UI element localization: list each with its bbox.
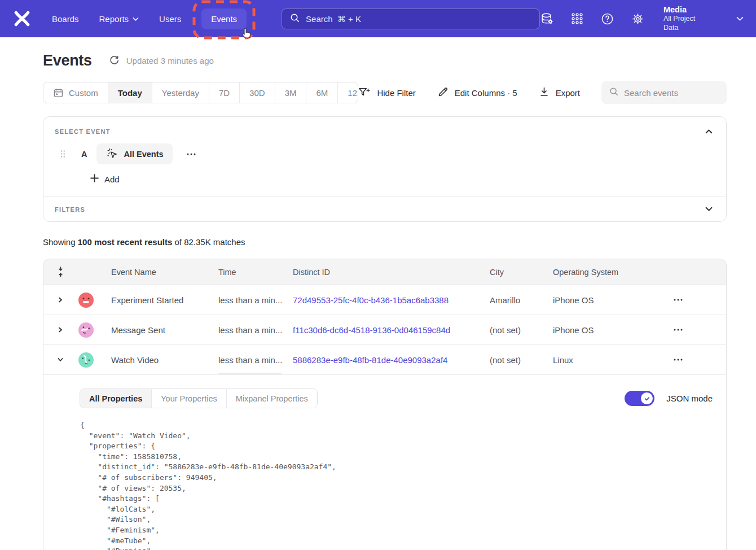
nav-item-users[interactable]: Users: [159, 14, 181, 24]
collapse-row-icon[interactable]: [50, 356, 71, 363]
project-subtitle: All Project Data: [663, 15, 712, 32]
os-cell: Linux: [553, 355, 669, 365]
search-icon: [609, 86, 619, 99]
event-options-icon[interactable]: [182, 150, 200, 159]
chevron-down-icon: [133, 14, 139, 23]
table-row: Experiment Started less than a min... 72…: [43, 285, 726, 315]
collapse-all-rows-icon[interactable]: [50, 266, 71, 278]
mixpanel-logo-icon[interactable]: [12, 9, 32, 28]
time-column-scroll-shadow: [218, 373, 282, 375]
hide-filter-button[interactable]: Hide Filter: [358, 86, 415, 99]
json-property-viewer[interactable]: { "event": "Watch Video", "properties": …: [80, 420, 715, 550]
time-cell: less than a min...: [218, 295, 293, 305]
search-icon: [289, 12, 300, 25]
json-mode-label: JSON mode: [666, 394, 713, 403]
event-selector-chip[interactable]: All Events: [96, 143, 172, 164]
select-event-label: SELECT EVENT: [55, 128, 111, 135]
city-cell: Amarillo: [490, 295, 553, 305]
city-cell: (not set): [490, 325, 553, 335]
distinct-id-link[interactable]: 5886283e-e9fb-48fb-81de-40e9093a2af4: [293, 355, 490, 365]
event-avatar-video: [71, 352, 101, 368]
global-search[interactable]: [282, 8, 540, 29]
event-name-cell[interactable]: Message Sent: [101, 325, 218, 335]
results-summary: Showing 100 most recent results of 82.35…: [43, 237, 727, 247]
nav-item-reports[interactable]: Reports: [99, 14, 139, 24]
filters-label: FILTERS: [55, 206, 85, 213]
events-table: Event Name Time Distinct ID City Operati…: [43, 259, 727, 550]
top-navbar: Boards Reports Users Events: [0, 0, 756, 37]
distinct-id-link[interactable]: f11c30d6-dc6d-4518-9136-0d046159c84d: [293, 325, 490, 335]
expand-section-icon[interactable]: [703, 206, 715, 213]
tab-your-properties[interactable]: Your Properties: [152, 389, 226, 408]
date-range-yesterday[interactable]: Yesterday: [152, 82, 209, 103]
search-events-input[interactable]: [624, 88, 736, 98]
toggle-knob: [641, 392, 653, 404]
query-builder-card: SELECT EVENT A: [43, 116, 727, 222]
column-header-event-name[interactable]: Event Name: [101, 268, 218, 277]
city-cell: (not set): [490, 355, 553, 365]
event-detail-panel: All Properties Your Properties Mixpanel …: [43, 375, 726, 550]
event-avatar-message: [71, 322, 101, 338]
column-header-city[interactable]: City: [490, 268, 553, 277]
event-name-cell[interactable]: Watch Video: [101, 355, 218, 365]
date-range-3m[interactable]: 3M: [275, 82, 307, 103]
data-management-icon[interactable]: [540, 12, 554, 26]
events-page: Events Updated 3 minutes ago Custom Toda…: [0, 52, 756, 550]
collapse-section-icon[interactable]: [703, 128, 715, 135]
pencil-icon: [437, 86, 449, 99]
row-actions-icon[interactable]: [669, 299, 726, 301]
tab-all-properties[interactable]: All Properties: [80, 389, 152, 408]
time-cell: less than a min...: [218, 355, 293, 365]
funnel-plus-icon: [358, 86, 371, 99]
page-title: Events: [43, 52, 92, 69]
event-avatar-experiment: [71, 293, 101, 308]
column-header-os[interactable]: Operating System: [553, 268, 669, 277]
settings-gear-icon[interactable]: [631, 12, 645, 26]
date-range-30d[interactable]: 30D: [240, 82, 275, 103]
nav-item-boards[interactable]: Boards: [52, 14, 79, 24]
refresh-icon[interactable]: [109, 55, 120, 66]
json-mode-toggle[interactable]: [625, 391, 654, 406]
os-cell: iPhone OS: [553, 325, 669, 335]
project-switcher[interactable]: Media All Project Data: [663, 5, 712, 32]
table-row-expanded: Watch Video less than a min... 5886283e-…: [43, 345, 726, 375]
table-header-row: Event Name Time Distinct ID City Operati…: [43, 259, 726, 285]
sparkle-cursor-icon: [106, 147, 118, 161]
table-row: Message Sent less than a min... f11c30d6…: [43, 315, 726, 345]
plus-icon: [90, 174, 99, 184]
step-letter: A: [81, 150, 87, 159]
time-cell: less than a min...: [218, 325, 293, 335]
drag-handle-icon[interactable]: [60, 149, 66, 159]
date-range-6m[interactable]: 6M: [306, 82, 338, 103]
date-range-12m[interactable]: 12M: [338, 82, 358, 103]
date-range-today[interactable]: Today: [108, 82, 152, 103]
help-icon[interactable]: [600, 12, 614, 26]
date-range-7d[interactable]: 7D: [209, 82, 240, 103]
date-range-custom[interactable]: Custom: [43, 82, 108, 103]
distinct-id-link[interactable]: 72d49553-25fc-4f0c-b436-1b5ac6ab3388: [293, 295, 490, 305]
column-header-time[interactable]: Time: [218, 268, 293, 277]
row-actions-icon[interactable]: [669, 359, 726, 361]
event-name-cell[interactable]: Experiment Started: [101, 295, 218, 305]
tab-mixpanel-properties[interactable]: Mixpanel Properties: [227, 389, 317, 408]
search-events-field[interactable]: [601, 81, 727, 104]
project-name: Media: [663, 5, 712, 15]
row-actions-icon[interactable]: [669, 329, 726, 331]
calendar-icon: [53, 88, 64, 98]
cursor-hand-icon: [240, 27, 254, 43]
column-header-distinct-id[interactable]: Distinct ID: [293, 268, 490, 277]
filters-section-header[interactable]: FILTERS: [43, 197, 726, 221]
edit-columns-button[interactable]: Edit Columns · 5: [437, 86, 517, 99]
expand-row-icon[interactable]: [50, 326, 71, 333]
properties-tabs: All Properties Your Properties Mixpanel …: [80, 389, 318, 408]
export-button[interactable]: Export: [539, 86, 580, 99]
download-icon: [539, 86, 550, 99]
expand-row-icon[interactable]: [50, 296, 71, 303]
global-search-input[interactable]: [306, 14, 532, 24]
add-event-button[interactable]: Add: [90, 174, 120, 184]
updated-timestamp: Updated 3 minutes ago: [126, 56, 214, 66]
chevron-down-icon[interactable]: [736, 14, 744, 24]
os-cell: iPhone OS: [553, 295, 669, 305]
date-range-selector: Custom Today Yesterday 7D 30D 3M 6M 12M: [43, 82, 358, 103]
apps-grid-icon[interactable]: [570, 12, 584, 25]
